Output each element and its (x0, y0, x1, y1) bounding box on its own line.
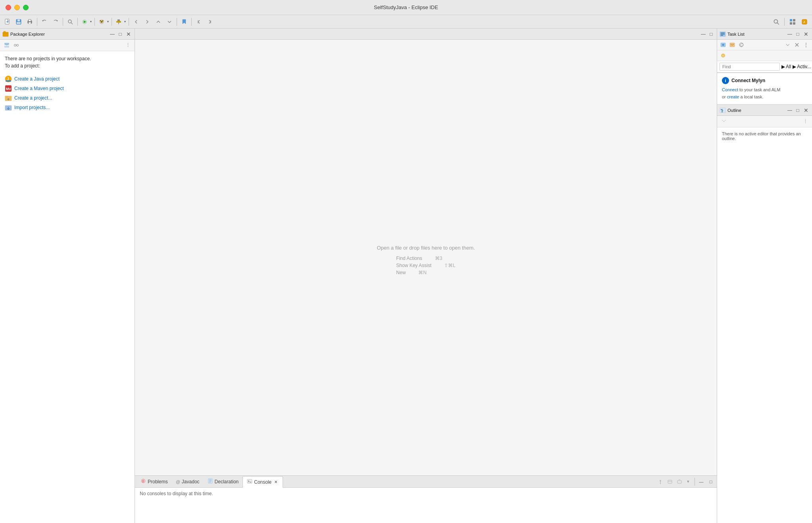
bookmark-button[interactable] (179, 17, 189, 27)
task-search-area: ▶ All ▶ Activ... (717, 61, 812, 73)
run-button-group[interactable]: ▾ (80, 18, 92, 26)
svg-text:+: + (722, 54, 724, 58)
task-list-minimize-btn[interactable]: — (787, 31, 793, 37)
traffic-lights (6, 5, 29, 10)
connect-mylyn-text: Connect to your task and ALM or create a… (722, 87, 807, 100)
console-open-btn[interactable] (675, 477, 684, 486)
svg-rect-63 (722, 110, 723, 111)
outline-content: There is no active editor that provides … (717, 127, 812, 145)
minimize-button[interactable] (14, 5, 20, 10)
panel-minimize-btn[interactable]: — (109, 31, 115, 37)
right-panel: Task List — □ ✕ (717, 29, 812, 523)
tab-javadoc[interactable]: @ Javadoc (172, 476, 204, 487)
shortcut-key-new: ⌘N (418, 270, 427, 275)
bottom-tabs: ! Problems @ Javadoc (135, 476, 717, 488)
outline-section: Outline — □ ✕ ⋮ There is no active edito… (717, 105, 812, 523)
connect-mylyn-section: i Connect Mylyn Connect to your task and… (717, 73, 812, 105)
task-more-btn[interactable]: ⋮ (802, 40, 810, 49)
shortcut-show-key: Show Key Assist ⇧⌘L (396, 263, 455, 268)
editor-placeholder-text: Open a file or drop files here to open t… (377, 245, 475, 251)
redo-button[interactable] (50, 17, 61, 27)
shortcut-label-key: Show Key Assist (396, 263, 431, 268)
task-list-maximize-btn[interactable]: □ (795, 31, 801, 37)
debug-button-group[interactable]: ▾ (97, 18, 110, 26)
external-tools-dropdown[interactable]: ▾ (123, 19, 127, 24)
panel-maximize-btn[interactable]: □ (117, 31, 123, 37)
package-explorer-close[interactable]: ✕ (125, 31, 132, 38)
tab-console[interactable]: Console ✕ (242, 476, 283, 488)
collapse-all-btn[interactable] (2, 41, 11, 50)
tab-declaration[interactable]: Declaration (204, 476, 243, 487)
back-button[interactable] (131, 17, 141, 27)
task-new-btn[interactable] (719, 40, 727, 49)
connect-link[interactable]: Connect (722, 87, 738, 92)
create-task-link[interactable]: create (727, 94, 739, 99)
outline-minimize-btn[interactable]: — (787, 107, 793, 113)
perspectives-btn[interactable] (787, 17, 798, 27)
console-clear-btn[interactable] (666, 477, 674, 486)
create-project-link[interactable]: Create a project... (5, 93, 130, 103)
console-open-btn-group[interactable]: ▾ (675, 477, 693, 486)
print-button[interactable] (25, 17, 35, 27)
outline-close-btn[interactable]: ✕ (802, 107, 810, 114)
search-button[interactable] (65, 17, 75, 27)
svg-rect-38 (5, 96, 8, 97)
outline-more-btn[interactable]: ⋮ (801, 117, 810, 126)
import-projects-link[interactable]: Import projects... (5, 103, 130, 112)
task-filter-btn[interactable] (728, 40, 737, 49)
console-maximize-btn[interactable]: □ (706, 477, 715, 486)
link-with-editor-btn[interactable] (12, 41, 21, 50)
task-filter-active[interactable]: ▶ Activ... (793, 64, 811, 69)
filter-all-label: All (786, 64, 791, 69)
task-search-input[interactable] (720, 63, 780, 71)
shortcut-key-key: ⇧⌘L (444, 263, 456, 268)
svg-rect-20 (793, 19, 795, 21)
close-button[interactable] (6, 5, 11, 10)
forward-button[interactable] (142, 17, 152, 27)
debug-button[interactable] (97, 18, 106, 26)
task-list-controls: — □ ✕ (787, 31, 810, 38)
svg-line-8 (71, 23, 73, 24)
main-layout: Package Explorer — □ ✕ (0, 29, 812, 523)
quick-access-btn[interactable]: J (799, 17, 810, 27)
tab-problems[interactable]: ! Problems (137, 476, 172, 487)
outline-header: Outline — □ ✕ (717, 105, 812, 116)
task-toolbar-btn1[interactable]: + (719, 51, 727, 60)
undo-button[interactable] (39, 17, 50, 27)
create-project-icon (5, 94, 12, 102)
external-tools-button[interactable] (114, 18, 123, 26)
outline-collapse-btn[interactable] (720, 117, 728, 126)
task-sync-btn[interactable] (737, 40, 746, 49)
next-edit-btn[interactable] (205, 17, 215, 27)
debug-dropdown[interactable]: ▾ (106, 19, 110, 24)
maximize-button[interactable] (23, 5, 29, 10)
view-menu-btn[interactable]: ⋮ (123, 41, 132, 50)
search-toolbar-btn[interactable] (771, 17, 781, 27)
run-dropdown[interactable]: ▾ (89, 19, 92, 24)
svg-rect-46 (247, 479, 252, 483)
run-button[interactable] (80, 18, 89, 26)
editor-minimize-btn[interactable]: — (700, 31, 706, 37)
up-button[interactable] (153, 17, 164, 27)
down-button[interactable] (164, 17, 175, 27)
create-maven-project-link[interactable]: Mv Create a Maven project (5, 84, 130, 93)
shortcut-label-new: New (396, 270, 406, 275)
prev-edit-btn[interactable] (194, 17, 204, 27)
console-pin-btn[interactable] (656, 477, 665, 486)
save-button[interactable] (13, 17, 24, 27)
task-filter-all[interactable]: ▶ All (781, 64, 791, 69)
task-list-close-btn[interactable]: ✕ (802, 31, 810, 38)
outline-maximize-btn[interactable]: □ (795, 107, 801, 113)
svg-rect-49 (668, 480, 672, 483)
editor-maximize-btn[interactable]: □ (708, 31, 714, 37)
svg-rect-14 (117, 19, 120, 21)
new-button[interactable] (2, 17, 13, 27)
console-minimize-btn[interactable]: — (697, 477, 706, 486)
console-tab-close[interactable]: ✕ (273, 479, 279, 485)
svg-rect-26 (4, 31, 6, 33)
task-collapse-btn[interactable] (783, 40, 792, 49)
create-java-project-link[interactable]: J Create a Java project (5, 74, 130, 84)
console-open-dropdown[interactable]: ▾ (684, 477, 693, 486)
task-disconnect-btn[interactable] (793, 40, 801, 49)
external-tools-group[interactable]: ▾ (114, 18, 127, 26)
